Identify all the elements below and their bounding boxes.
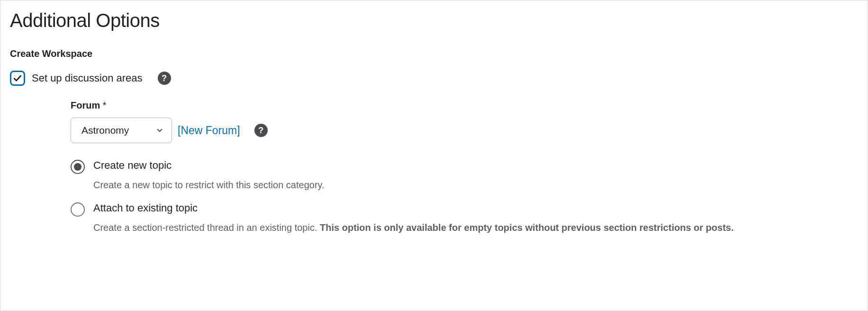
radio-option-attach-existing-topic: Attach to existing topic Create a sectio… [71, 202, 858, 234]
forum-label-text: Forum [71, 100, 100, 110]
required-marker: * [103, 100, 107, 110]
help-icon[interactable]: ? [254, 124, 268, 137]
checkbox-row-discussion-areas: Set up discussion areas ? [10, 71, 858, 86]
discussion-area-settings: Forum * Astronomy [New Forum] ? Create n… [71, 100, 858, 234]
checkbox-label-discussion-areas: Set up discussion areas [32, 72, 143, 84]
radio-label-attach-existing-topic: Attach to existing topic [93, 202, 734, 214]
radio-create-new-topic[interactable] [71, 160, 85, 174]
radio-desc-bold: This option is only available for empty … [320, 222, 733, 233]
forum-dropdown[interactable]: Astronomy [71, 118, 172, 143]
help-icon[interactable]: ? [158, 72, 171, 85]
radio-description-attach-existing-topic: Create a section-restricted thread in an… [93, 221, 734, 234]
radio-desc-text: Create a new topic to restrict with this… [93, 180, 325, 190]
radio-description-create-new-topic: Create a new topic to restrict with this… [93, 178, 325, 192]
section-title-create-workspace: Create Workspace [10, 48, 858, 59]
radio-attach-existing-topic[interactable] [71, 202, 85, 217]
radio-content: Attach to existing topic Create a sectio… [93, 202, 734, 234]
radio-content: Create new topic Create a new topic to r… [93, 159, 325, 192]
new-forum-link[interactable]: [New Forum] [178, 124, 240, 137]
forum-row: Astronomy [New Forum] ? [71, 118, 858, 143]
check-icon [13, 73, 22, 83]
chevron-down-icon [155, 126, 164, 135]
additional-options-panel: Additional Options Create Workspace Set … [0, 0, 868, 311]
radio-label-create-new-topic: Create new topic [93, 159, 325, 172]
checkbox-setup-discussion-areas[interactable] [10, 71, 25, 86]
topic-radio-group: Create new topic Create a new topic to r… [71, 159, 858, 234]
radio-desc-text: Create a section-restricted thread in an… [93, 222, 320, 233]
forum-field-label: Forum * [71, 100, 858, 111]
page-title: Additional Options [10, 10, 858, 31]
forum-dropdown-value: Astronomy [81, 125, 129, 136]
radio-option-create-new-topic: Create new topic Create a new topic to r… [71, 159, 858, 192]
